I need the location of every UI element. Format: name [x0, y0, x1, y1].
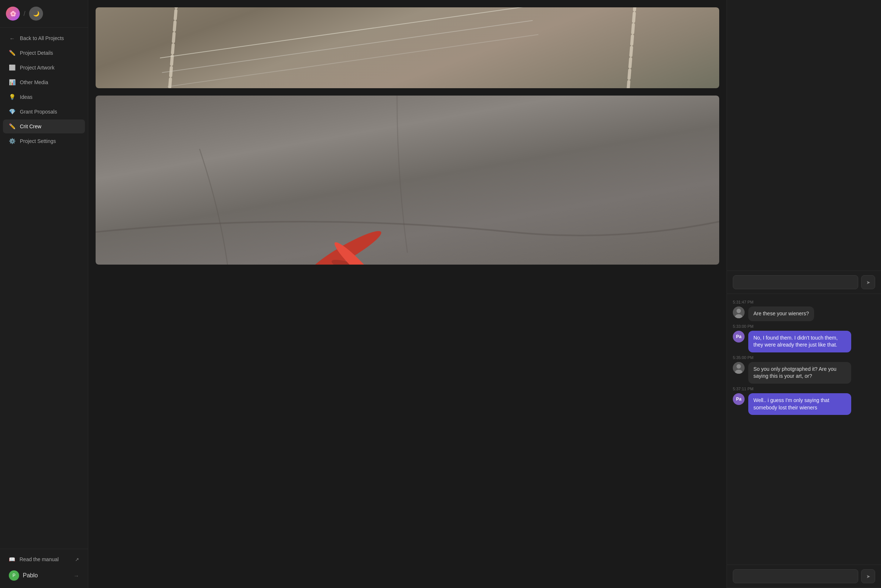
msg-row-4: Pa Well.. i guess I'm only saying that s…: [733, 393, 875, 415]
project-avatar: 🌙: [29, 7, 43, 21]
message-block-3: 5:35:00 PM So you only photgraphed it? A…: [733, 356, 875, 384]
msg-row-2: Pa No, I found them. I didn't touch them…: [733, 331, 875, 352]
crit-crew-icon: ✏️: [9, 123, 15, 130]
ideas-icon: 💡: [9, 94, 15, 100]
image-card-1: [96, 8, 719, 88]
send-icon-top: ➤: [866, 280, 870, 285]
project-artwork-icon: ⬜: [9, 64, 15, 71]
svg-rect-0: [96, 8, 719, 88]
read-manual-item[interactable]: 📖 Read the manual ↗: [3, 553, 85, 566]
read-manual-label: Read the manual: [20, 556, 59, 562]
msg-avatar-2: Pa: [733, 331, 744, 342]
nav-other-media[interactable]: 📊 Other Media: [3, 75, 85, 89]
avatar-img-3: [733, 362, 744, 374]
send-button-bottom[interactable]: ➤: [861, 569, 875, 583]
user-status-avatar: P: [9, 570, 19, 580]
user-name-label: Pablo: [23, 572, 38, 579]
msg-avatar-3: [733, 362, 744, 374]
chat-messages-bottom: 5:31:47 PM Are these your wieners?: [727, 294, 881, 564]
nav-back-projects[interactable]: ← Back to All Projects: [3, 31, 85, 45]
nav-project-details[interactable]: ✏️ Project Details: [3, 46, 85, 60]
nav-project-artwork[interactable]: ⬜ Project Artwork: [3, 61, 85, 75]
msg-row-1: Are these your wieners?: [733, 306, 875, 321]
artwork-image-2: [96, 96, 719, 265]
project-settings-icon: ⚙️: [9, 138, 15, 144]
sidebar-nav: ← Back to All Projects ✏️ Project Detail…: [0, 28, 88, 549]
nav-crit-crew-label: Crit Crew: [20, 123, 41, 129]
nav-crit-crew[interactable]: ✏️ Crit Crew: [3, 119, 85, 134]
sidebar-footer: 📖 Read the manual ↗ P Pablo →: [0, 549, 88, 588]
project-details-icon: ✏️: [9, 50, 15, 56]
nav-other-media-label: Other Media: [20, 80, 48, 85]
user-left: P Pablo: [9, 570, 38, 580]
message-block-2: 5:33:00 PM Pa No, I found them. I didn't…: [733, 324, 875, 352]
message-block-1: 5:31:47 PM Are these your wieners?: [733, 300, 875, 321]
msg-timestamp-4: 5:37:11 PM: [733, 387, 875, 391]
chat-bottom-section: 5:31:47 PM Are these your wieners?: [727, 294, 881, 588]
user-avatar: 🌸: [6, 7, 20, 21]
send-icon-bottom: ➤: [866, 574, 870, 579]
msg-avatar-4: Pa: [733, 393, 744, 405]
msg-bubble-4: Well.. i guess I'm only saying that some…: [748, 393, 851, 415]
nav-grant-proposals[interactable]: 💎 Grant Proposals: [3, 105, 85, 119]
message-block-4: 5:37:11 PM Pa Well.. i guess I'm only sa…: [733, 387, 875, 415]
msg-bubble-2: No, I found them. I didn't touch them, t…: [748, 331, 851, 352]
logout-icon: →: [74, 573, 79, 579]
msg-timestamp-2: 5:33:00 PM: [733, 324, 875, 328]
nav-grant-proposals-label: Grant Proposals: [20, 109, 57, 115]
grant-proposals-icon: 💎: [9, 108, 15, 115]
other-media-icon: 📊: [9, 79, 15, 86]
nav-project-settings-label: Project Settings: [20, 138, 56, 144]
wieners-svg: [96, 96, 719, 265]
chalk-svg: [96, 8, 719, 88]
msg-timestamp-1: 5:31:47 PM: [733, 300, 875, 304]
image-card-2: [96, 96, 719, 265]
avatar-separator: /: [24, 10, 26, 18]
msg-bubble-3: So you only photgraphed it? Are you sayi…: [748, 362, 851, 384]
nav-project-details-label: Project Details: [20, 50, 53, 56]
user-profile-item[interactable]: P Pablo →: [3, 567, 85, 584]
main-content: ➤ 5:31:47 PM: [88, 0, 881, 588]
svg-point-9: [737, 309, 741, 313]
chat-input-row-bottom: ➤: [727, 564, 881, 588]
nav-ideas-label: Ideas: [20, 94, 32, 100]
nav-back-label: Back to All Projects: [20, 35, 64, 41]
avatar-img-1: [733, 306, 744, 318]
send-button-top[interactable]: ➤: [861, 275, 875, 289]
artwork-image-1: [96, 8, 719, 88]
nav-project-settings[interactable]: ⚙️ Project Settings: [3, 134, 85, 148]
chat-panel: ➤ 5:31:47 PM: [726, 0, 881, 588]
nav-project-artwork-label: Project Artwork: [20, 64, 54, 70]
chat-messages-top: [727, 0, 881, 270]
book-icon: 📖: [9, 556, 15, 562]
chat-input-top[interactable]: [733, 275, 858, 289]
back-arrow-icon: ←: [9, 35, 15, 42]
image-panel: [88, 0, 726, 588]
svg-point-12: [737, 364, 741, 369]
chat-top-section: ➤: [727, 0, 881, 294]
sidebar-header: 🌸 / 🌙: [0, 0, 88, 28]
external-link-icon: ↗: [75, 557, 79, 562]
chat-input-row-top: ➤: [727, 270, 881, 294]
msg-timestamp-3: 5:35:00 PM: [733, 356, 875, 360]
msg-row-3: So you only photgraphed it? Are you sayi…: [733, 362, 875, 384]
msg-avatar-1: [733, 306, 744, 318]
msg-bubble-1: Are these your wieners?: [748, 306, 814, 321]
chat-input-bottom[interactable]: [733, 569, 858, 583]
nav-ideas[interactable]: 💡 Ideas: [3, 90, 85, 104]
sidebar: 🌸 / 🌙 ← Back to All Projects ✏️ Project …: [0, 0, 88, 588]
